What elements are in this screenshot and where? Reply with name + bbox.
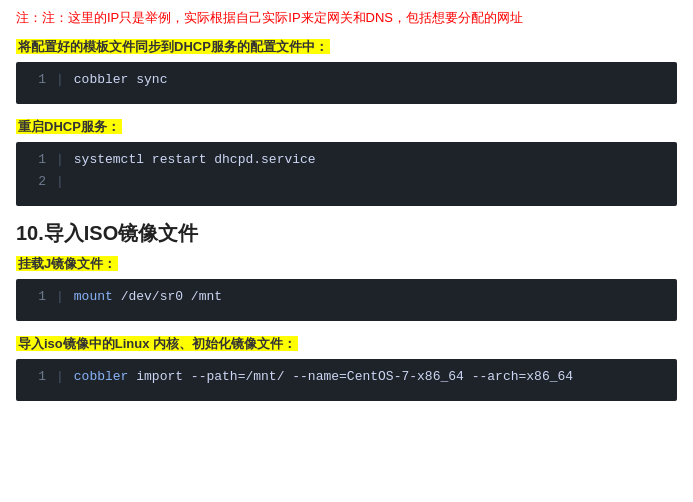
note-line: 注：注：这里的IP只是举例，实际根据自己实际IP来定网关和DNS，包括想要分配的… [16, 8, 677, 28]
note-prefix: 注： [16, 10, 42, 25]
section5-heading-text: 导入iso镜像中的Linux 内核、初始化镜像文件： [16, 336, 298, 351]
code-content-i1: cobbler import --path=/mnt/ --name=CentO… [74, 369, 677, 384]
mount-keyword: mount [74, 289, 113, 304]
section4-heading: 挂载J镜像文件： [16, 255, 677, 273]
code-content-m1: mount /dev/sr0 /mnt [74, 289, 677, 304]
line-sep-s1: | [56, 152, 64, 167]
code-line-1: 1 | cobbler sync [16, 72, 677, 94]
code-block-cobbler-import: 1 | cobbler import --path=/mnt/ --name=C… [16, 359, 677, 401]
line-sep-m1: | [56, 289, 64, 304]
code-line-import-1: 1 | cobbler import --path=/mnt/ --name=C… [16, 369, 677, 391]
section1-heading-text: 将配置好的模板文件同步到DHCP服务的配置文件中： [16, 39, 330, 54]
line-number-m1: 1 [16, 289, 56, 304]
code-content-1: cobbler sync [74, 72, 677, 87]
systemctl-text: systemctl restart dhcpd.service [74, 152, 316, 167]
section5-heading: 导入iso镜像中的Linux 内核、初始化镜像文件： [16, 335, 677, 353]
code-plain: cobbler sync [74, 72, 168, 87]
cobbler-import-rest: import --path=/mnt/ --name=CentOS-7-x86_… [128, 369, 573, 384]
section1-heading: 将配置好的模板文件同步到DHCP服务的配置文件中： [16, 38, 677, 56]
line-number-s2: 2 [16, 174, 56, 189]
page-wrapper: 注：注：这里的IP只是举例，实际根据自己实际IP来定网关和DNS，包括想要分配的… [0, 0, 693, 423]
line-number-s1: 1 [16, 152, 56, 167]
code-block-mount: 1 | mount /dev/sr0 /mnt [16, 279, 677, 321]
code-block-cobbler-sync: 1 | cobbler sync [16, 62, 677, 104]
line-sep-i1: | [56, 369, 64, 384]
section2-heading-text: 重启DHCP服务： [16, 119, 122, 134]
section3-title: 10.导入ISO镜像文件 [16, 220, 677, 247]
code-content-s1: systemctl restart dhcpd.service [74, 152, 677, 167]
note-text: 注：这里的IP只是举例，实际根据自己实际IP来定网关和DNS，包括想要分配的网址 [42, 10, 523, 25]
code-line-systemctl-1: 1 | systemctl restart dhcpd.service [16, 152, 677, 174]
line-sep-s2: | [56, 174, 64, 189]
mount-rest: /dev/sr0 /mnt [113, 289, 222, 304]
line-number-1: 1 [16, 72, 56, 87]
section4-heading-text: 挂载J镜像文件： [16, 256, 118, 271]
code-block-systemctl: 1 | systemctl restart dhcpd.service 2 | [16, 142, 677, 206]
section2-heading: 重启DHCP服务： [16, 118, 677, 136]
code-line-mount-1: 1 | mount /dev/sr0 /mnt [16, 289, 677, 311]
code-line-systemctl-2: 2 | [16, 174, 677, 196]
line-number-i1: 1 [16, 369, 56, 384]
line-sep-1: | [56, 72, 64, 87]
cobbler-keyword: cobbler [74, 369, 129, 384]
